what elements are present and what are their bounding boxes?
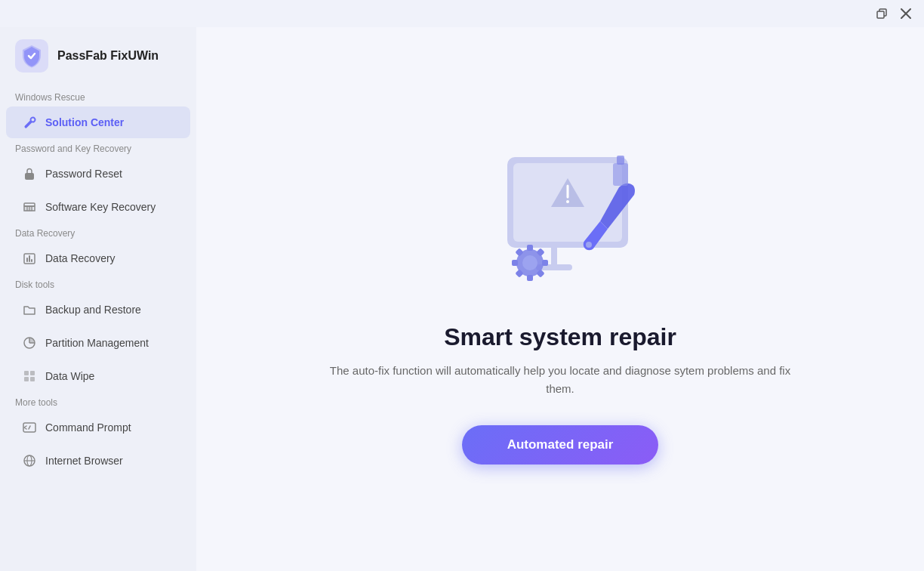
app-header: PassFab FixUWin [0, 27, 196, 88]
pie-icon [21, 335, 38, 351]
automated-repair-button[interactable]: Automated repair [462, 425, 659, 465]
key-icon [21, 199, 38, 215]
sidebar-item-data-recovery[interactable]: Data Recovery [6, 242, 190, 274]
svg-rect-36 [542, 260, 548, 266]
sidebar-item-solution-center[interactable]: Solution Center [6, 106, 190, 138]
app-logo [15, 39, 48, 73]
sidebar-item-label: Internet Browser [45, 455, 178, 467]
sidebar-item-data-wipe[interactable]: Data Wipe [6, 360, 190, 392]
svg-rect-43 [617, 156, 624, 165]
globe-icon [21, 452, 38, 469]
svg-point-30 [566, 200, 569, 203]
hero-description: The auto-fix function will automatically… [326, 362, 794, 398]
chart-icon [21, 250, 38, 267]
sidebar-item-label: Command Prompt [45, 421, 178, 434]
sidebar-item-internet-browser[interactable]: Internet Browser [6, 445, 190, 477]
svg-point-41 [586, 242, 592, 248]
section-label-data-recovery: Data Recovery [0, 224, 196, 242]
svg-rect-42 [613, 163, 628, 186]
svg-rect-34 [527, 275, 533, 281]
sidebar-item-backup-restore[interactable]: Backup and Restore [6, 294, 190, 326]
svg-rect-9 [24, 203, 35, 206]
section-label-disk-tools: Disk tools [0, 275, 196, 293]
hero-title: Smart system repair [444, 323, 676, 351]
svg-rect-33 [527, 245, 533, 251]
close-button[interactable] [894, 3, 918, 24]
title-bar [0, 0, 924, 27]
svg-rect-18 [30, 371, 35, 375]
section-label-password-key: Password and Key Recovery [0, 139, 196, 157]
wrench-icon [21, 114, 38, 131]
svg-rect-27 [551, 248, 557, 266]
section-label-windows-rescue: Windows Rescue [0, 88, 196, 106]
app-title: PassFab FixUWin [57, 49, 159, 63]
sidebar-item-label: Password Reset [45, 168, 178, 180]
sidebar-item-label: Data Wipe [45, 370, 178, 382]
sidebar-item-label: Backup and Restore [45, 304, 178, 316]
sidebar-item-label: Software Key Recovery [45, 201, 178, 213]
svg-rect-0 [877, 11, 884, 18]
sidebar: PassFab FixUWin Windows Rescue Solution … [0, 27, 196, 571]
svg-rect-17 [24, 371, 29, 375]
grid-icon [21, 368, 38, 384]
sidebar-item-software-key-recovery[interactable]: Software Key Recovery [6, 191, 190, 223]
svg-rect-35 [512, 260, 518, 266]
main-content: Smart system repair The auto-fix functio… [196, 27, 924, 571]
folder-icon [21, 301, 38, 318]
svg-point-32 [522, 255, 537, 270]
main-layout: PassFab FixUWin Windows Rescue Solution … [0, 27, 924, 571]
sidebar-item-command-prompt[interactable]: Command Prompt [6, 412, 190, 443]
svg-rect-20 [30, 377, 35, 381]
sidebar-item-label: Solution Center [45, 116, 178, 128]
svg-rect-4 [25, 173, 34, 180]
sidebar-item-password-reset[interactable]: Password Reset [6, 158, 190, 190]
sidebar-item-label: Data Recovery [45, 252, 178, 264]
lock-icon [21, 165, 38, 182]
hero-illustration [462, 134, 658, 301]
code-icon [21, 419, 38, 436]
restore-button[interactable] [870, 3, 894, 24]
sidebar-item-partition-management[interactable]: Partition Management [6, 327, 190, 359]
section-label-more-tools: More tools [0, 393, 196, 411]
svg-rect-19 [24, 377, 29, 381]
sidebar-item-label: Partition Management [45, 337, 178, 349]
